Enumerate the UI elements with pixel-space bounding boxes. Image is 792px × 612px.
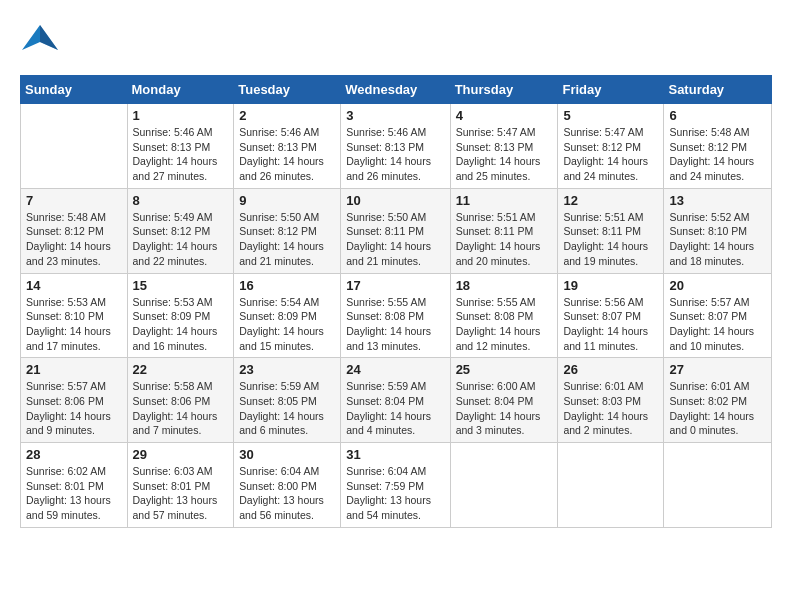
day-number: 20 — [669, 278, 766, 293]
day-number: 10 — [346, 193, 444, 208]
day-info: Sunrise: 5:53 AMSunset: 8:09 PMDaylight:… — [133, 295, 229, 354]
calendar-cell: 9Sunrise: 5:50 AMSunset: 8:12 PMDaylight… — [234, 188, 341, 273]
day-number: 29 — [133, 447, 229, 462]
day-info: Sunrise: 5:57 AMSunset: 8:06 PMDaylight:… — [26, 379, 122, 438]
day-info: Sunrise: 5:47 AMSunset: 8:13 PMDaylight:… — [456, 125, 553, 184]
svg-marker-1 — [40, 25, 58, 50]
day-number: 25 — [456, 362, 553, 377]
calendar-header-saturday: Saturday — [664, 76, 772, 104]
day-info: Sunrise: 5:55 AMSunset: 8:08 PMDaylight:… — [346, 295, 444, 354]
day-info: Sunrise: 5:50 AMSunset: 8:12 PMDaylight:… — [239, 210, 335, 269]
day-info: Sunrise: 6:01 AMSunset: 8:03 PMDaylight:… — [563, 379, 658, 438]
day-number: 6 — [669, 108, 766, 123]
day-number: 2 — [239, 108, 335, 123]
day-info: Sunrise: 6:04 AMSunset: 7:59 PMDaylight:… — [346, 464, 444, 523]
calendar-week-row: 7Sunrise: 5:48 AMSunset: 8:12 PMDaylight… — [21, 188, 772, 273]
day-number: 13 — [669, 193, 766, 208]
calendar-cell: 31Sunrise: 6:04 AMSunset: 7:59 PMDayligh… — [341, 443, 450, 528]
calendar-cell: 22Sunrise: 5:58 AMSunset: 8:06 PMDayligh… — [127, 358, 234, 443]
calendar-cell: 15Sunrise: 5:53 AMSunset: 8:09 PMDayligh… — [127, 273, 234, 358]
calendar-cell: 17Sunrise: 5:55 AMSunset: 8:08 PMDayligh… — [341, 273, 450, 358]
day-number: 18 — [456, 278, 553, 293]
day-info: Sunrise: 5:59 AMSunset: 8:05 PMDaylight:… — [239, 379, 335, 438]
calendar-cell: 7Sunrise: 5:48 AMSunset: 8:12 PMDaylight… — [21, 188, 128, 273]
day-number: 4 — [456, 108, 553, 123]
day-number: 17 — [346, 278, 444, 293]
day-number: 26 — [563, 362, 658, 377]
calendar-header-monday: Monday — [127, 76, 234, 104]
day-info: Sunrise: 6:04 AMSunset: 8:00 PMDaylight:… — [239, 464, 335, 523]
calendar-cell: 4Sunrise: 5:47 AMSunset: 8:13 PMDaylight… — [450, 104, 558, 189]
calendar-week-row: 28Sunrise: 6:02 AMSunset: 8:01 PMDayligh… — [21, 443, 772, 528]
day-number: 19 — [563, 278, 658, 293]
day-info: Sunrise: 5:58 AMSunset: 8:06 PMDaylight:… — [133, 379, 229, 438]
calendar-cell: 12Sunrise: 5:51 AMSunset: 8:11 PMDayligh… — [558, 188, 664, 273]
day-number: 11 — [456, 193, 553, 208]
calendar-cell: 26Sunrise: 6:01 AMSunset: 8:03 PMDayligh… — [558, 358, 664, 443]
day-number: 24 — [346, 362, 444, 377]
calendar-week-row: 1Sunrise: 5:46 AMSunset: 8:13 PMDaylight… — [21, 104, 772, 189]
calendar-cell: 24Sunrise: 5:59 AMSunset: 8:04 PMDayligh… — [341, 358, 450, 443]
day-number: 16 — [239, 278, 335, 293]
calendar-cell: 30Sunrise: 6:04 AMSunset: 8:00 PMDayligh… — [234, 443, 341, 528]
day-info: Sunrise: 5:46 AMSunset: 8:13 PMDaylight:… — [133, 125, 229, 184]
day-info: Sunrise: 5:56 AMSunset: 8:07 PMDaylight:… — [563, 295, 658, 354]
page-header — [20, 20, 772, 65]
day-number: 7 — [26, 193, 122, 208]
day-number: 28 — [26, 447, 122, 462]
calendar-cell: 18Sunrise: 5:55 AMSunset: 8:08 PMDayligh… — [450, 273, 558, 358]
calendar-cell: 5Sunrise: 5:47 AMSunset: 8:12 PMDaylight… — [558, 104, 664, 189]
day-info: Sunrise: 5:50 AMSunset: 8:11 PMDaylight:… — [346, 210, 444, 269]
day-number: 8 — [133, 193, 229, 208]
day-info: Sunrise: 6:00 AMSunset: 8:04 PMDaylight:… — [456, 379, 553, 438]
calendar-header-thursday: Thursday — [450, 76, 558, 104]
calendar-cell: 23Sunrise: 5:59 AMSunset: 8:05 PMDayligh… — [234, 358, 341, 443]
day-info: Sunrise: 5:47 AMSunset: 8:12 PMDaylight:… — [563, 125, 658, 184]
day-info: Sunrise: 5:54 AMSunset: 8:09 PMDaylight:… — [239, 295, 335, 354]
calendar-cell: 10Sunrise: 5:50 AMSunset: 8:11 PMDayligh… — [341, 188, 450, 273]
day-number: 21 — [26, 362, 122, 377]
day-number: 3 — [346, 108, 444, 123]
calendar-cell — [664, 443, 772, 528]
calendar-cell: 25Sunrise: 6:00 AMSunset: 8:04 PMDayligh… — [450, 358, 558, 443]
calendar-cell — [450, 443, 558, 528]
day-number: 14 — [26, 278, 122, 293]
day-number: 30 — [239, 447, 335, 462]
day-info: Sunrise: 5:53 AMSunset: 8:10 PMDaylight:… — [26, 295, 122, 354]
day-number: 23 — [239, 362, 335, 377]
day-number: 22 — [133, 362, 229, 377]
calendar-cell: 3Sunrise: 5:46 AMSunset: 8:13 PMDaylight… — [341, 104, 450, 189]
logo — [20, 20, 64, 65]
calendar-cell: 14Sunrise: 5:53 AMSunset: 8:10 PMDayligh… — [21, 273, 128, 358]
calendar-header-friday: Friday — [558, 76, 664, 104]
day-info: Sunrise: 6:02 AMSunset: 8:01 PMDaylight:… — [26, 464, 122, 523]
day-info: Sunrise: 5:51 AMSunset: 8:11 PMDaylight:… — [563, 210, 658, 269]
logo-icon — [20, 20, 60, 65]
day-info: Sunrise: 5:57 AMSunset: 8:07 PMDaylight:… — [669, 295, 766, 354]
day-info: Sunrise: 5:48 AMSunset: 8:12 PMDaylight:… — [669, 125, 766, 184]
calendar-cell: 11Sunrise: 5:51 AMSunset: 8:11 PMDayligh… — [450, 188, 558, 273]
calendar-cell: 20Sunrise: 5:57 AMSunset: 8:07 PMDayligh… — [664, 273, 772, 358]
day-number: 5 — [563, 108, 658, 123]
day-info: Sunrise: 5:48 AMSunset: 8:12 PMDaylight:… — [26, 210, 122, 269]
day-number: 15 — [133, 278, 229, 293]
calendar-week-row: 21Sunrise: 5:57 AMSunset: 8:06 PMDayligh… — [21, 358, 772, 443]
calendar-cell: 19Sunrise: 5:56 AMSunset: 8:07 PMDayligh… — [558, 273, 664, 358]
day-number: 1 — [133, 108, 229, 123]
day-number: 12 — [563, 193, 658, 208]
calendar-header-wednesday: Wednesday — [341, 76, 450, 104]
day-info: Sunrise: 5:59 AMSunset: 8:04 PMDaylight:… — [346, 379, 444, 438]
day-info: Sunrise: 5:49 AMSunset: 8:12 PMDaylight:… — [133, 210, 229, 269]
day-number: 9 — [239, 193, 335, 208]
day-info: Sunrise: 5:52 AMSunset: 8:10 PMDaylight:… — [669, 210, 766, 269]
calendar-cell: 2Sunrise: 5:46 AMSunset: 8:13 PMDaylight… — [234, 104, 341, 189]
calendar-header-sunday: Sunday — [21, 76, 128, 104]
calendar-cell: 1Sunrise: 5:46 AMSunset: 8:13 PMDaylight… — [127, 104, 234, 189]
calendar-cell: 6Sunrise: 5:48 AMSunset: 8:12 PMDaylight… — [664, 104, 772, 189]
day-info: Sunrise: 5:51 AMSunset: 8:11 PMDaylight:… — [456, 210, 553, 269]
day-info: Sunrise: 6:03 AMSunset: 8:01 PMDaylight:… — [133, 464, 229, 523]
calendar-table: SundayMondayTuesdayWednesdayThursdayFrid… — [20, 75, 772, 528]
calendar-cell: 21Sunrise: 5:57 AMSunset: 8:06 PMDayligh… — [21, 358, 128, 443]
calendar-cell — [21, 104, 128, 189]
calendar-header-tuesday: Tuesday — [234, 76, 341, 104]
